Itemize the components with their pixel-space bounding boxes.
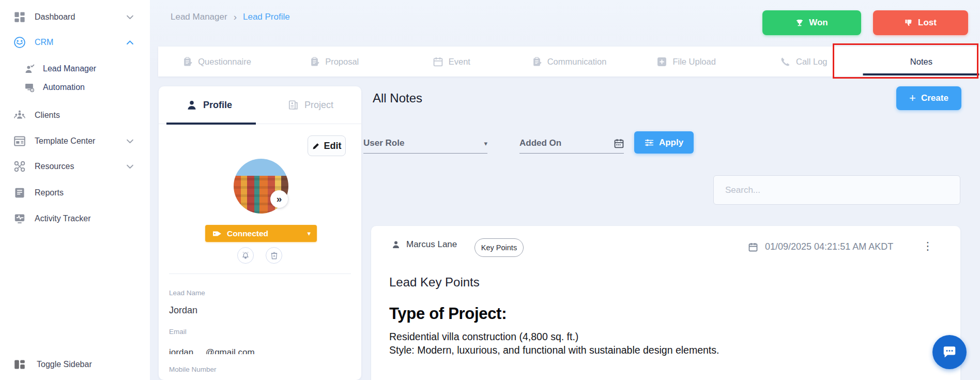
tab-label: Communication — [547, 57, 607, 67]
user-role-select[interactable]: User Role ▾ — [363, 133, 487, 154]
lead-status-dropdown[interactable]: Connected ▾ — [205, 225, 317, 242]
sidebar-item-lead-manager[interactable]: Lead Manager — [0, 61, 150, 77]
calendar-icon — [614, 139, 624, 148]
note-timestamp: 01/09/2025 04:21:51 AM AKDT — [748, 241, 893, 252]
lead-profile-card: Profile Project Edit » Connecte — [159, 86, 361, 380]
sidebar-item-crm[interactable]: CRM — [0, 33, 150, 52]
tab-file-upload[interactable]: File Upload — [628, 47, 745, 77]
sidebar-item-clients[interactable]: Clients — [0, 106, 150, 125]
clipboard-icon — [182, 57, 192, 67]
note-timestamp-text: 01/09/2025 04:21:51 AM AKDT — [765, 241, 893, 252]
sidebar-item-label: Automation — [43, 83, 85, 92]
user-icon — [392, 240, 400, 249]
won-button-label: Won — [809, 18, 828, 28]
sidebar-item-label: Activity Tracker — [35, 214, 90, 223]
tab-proposal[interactable]: Proposal — [275, 47, 393, 77]
edit-button[interactable]: Edit — [308, 135, 346, 156]
notes-search-input[interactable] — [713, 175, 960, 205]
all-notes-title: All Notes — [373, 91, 422, 105]
note-author-name: Marcus Lane — [406, 239, 457, 250]
template-center-icon — [14, 135, 25, 147]
lead-profile-page: Dashboard CRM Lead Manager Automat — [0, 0, 980, 380]
sidebar-item-label: Dashboard — [35, 12, 75, 22]
breadcrumb-parent-link[interactable]: Lead Manager — [171, 12, 227, 22]
tab-event[interactable]: Event — [393, 47, 510, 77]
sidebar-item-reports[interactable]: Reports — [0, 184, 150, 202]
tab-label: Call Log — [796, 57, 828, 67]
tab-label: Notes — [910, 57, 932, 67]
sidebar-item-label: CRM — [35, 38, 53, 47]
clipboard-icon — [310, 57, 319, 67]
calendar-icon — [748, 242, 758, 252]
profile-card-tabs: Profile Project — [159, 86, 361, 124]
email-label: Email — [169, 328, 187, 336]
won-button[interactable]: Won — [762, 10, 861, 35]
dashboard-icon — [14, 11, 25, 23]
note-card: Marcus Lane Key Points 01/09/2025 04:21:… — [371, 226, 960, 380]
sidebar-item-activity-tracker[interactable]: Activity Tracker — [0, 209, 150, 228]
create-note-button[interactable]: + Create — [896, 86, 961, 110]
tab-communication[interactable]: Communication — [510, 47, 627, 77]
snooze-notification-button[interactable] — [237, 247, 254, 264]
added-on-date-field[interactable]: Added On — [519, 133, 624, 154]
tab-notes[interactable]: Notes — [863, 47, 980, 77]
expand-avatar-button[interactable]: » — [270, 190, 288, 208]
clipboard-icon — [532, 57, 542, 67]
calendar-icon — [433, 57, 443, 67]
apply-button-label: Apply — [659, 138, 683, 148]
tab-call-log[interactable]: Call Log — [745, 47, 863, 77]
lead-manager-icon — [25, 64, 35, 74]
crm-icon — [14, 37, 25, 48]
project-tab-label: Project — [304, 100, 333, 111]
reports-icon — [14, 187, 25, 199]
edit-button-label: Edit — [324, 141, 342, 151]
plus-icon: + — [909, 92, 916, 105]
tab-project[interactable]: Project — [260, 86, 361, 124]
toggle-sidebar-button[interactable]: Toggle Sidebar — [0, 356, 150, 373]
tab-profile[interactable]: Profile — [159, 86, 260, 124]
profile-tab-label: Profile — [203, 100, 232, 111]
chevron-down-icon — [127, 164, 133, 169]
resources-icon — [14, 161, 25, 172]
sidebar-item-automation[interactable]: Automation — [0, 80, 150, 95]
pencil-icon — [312, 142, 320, 150]
user-role-label: User Role — [363, 138, 404, 148]
sidebar-item-template-center[interactable]: Template Center — [0, 132, 150, 150]
tag-icon — [212, 230, 222, 237]
sidebar-item-resources[interactable]: Resources — [0, 157, 150, 176]
note-author: Marcus Lane — [392, 239, 457, 250]
tab-label: Questionnaire — [198, 57, 251, 67]
delete-lead-button[interactable] — [266, 247, 282, 264]
bell-snooze-icon — [241, 251, 250, 260]
sidebar-item-label: Lead Manager — [43, 64, 96, 73]
email-value: jordan.....@gmail.com — [169, 347, 255, 354]
lead-name-value: Jordan — [169, 305, 197, 316]
sidebar: Dashboard CRM Lead Manager Automat — [0, 0, 150, 380]
note-heading: Lead Key Points — [389, 275, 480, 290]
lead-name-label: Lead Name — [169, 289, 205, 297]
lead-profile-tabs: Questionnaire Proposal Event Communicati… — [158, 47, 980, 77]
caret-down-icon: ▾ — [484, 140, 487, 147]
thumbs-down-icon — [905, 19, 913, 27]
chat-widget-button[interactable] — [932, 335, 967, 369]
breadcrumb: Lead Manager › Lead Profile — [171, 11, 290, 23]
sliders-icon — [645, 139, 654, 147]
tab-label: Proposal — [325, 57, 359, 67]
breadcrumb-current-link[interactable]: Lead Profile — [243, 12, 290, 22]
active-tab-indicator — [863, 73, 979, 75]
chevron-down-icon — [127, 139, 133, 144]
apply-filter-button[interactable]: Apply — [634, 131, 694, 154]
lost-button-label: Lost — [918, 18, 937, 28]
trophy-icon — [795, 19, 804, 27]
sidebar-item-dashboard[interactable]: Dashboard — [0, 8, 150, 26]
create-button-label: Create — [921, 93, 948, 103]
chat-bubble-icon — [942, 346, 957, 359]
tab-questionnaire[interactable]: Questionnaire — [158, 47, 275, 77]
divider — [169, 273, 351, 274]
sidebar-item-label: Template Center — [35, 136, 95, 146]
tab-label: File Upload — [672, 57, 715, 67]
chevron-up-icon — [127, 40, 133, 45]
project-card-icon — [288, 100, 298, 110]
lost-button[interactable]: Lost — [873, 10, 968, 35]
note-options-kebab-menu[interactable]: ⋮ — [920, 237, 936, 255]
